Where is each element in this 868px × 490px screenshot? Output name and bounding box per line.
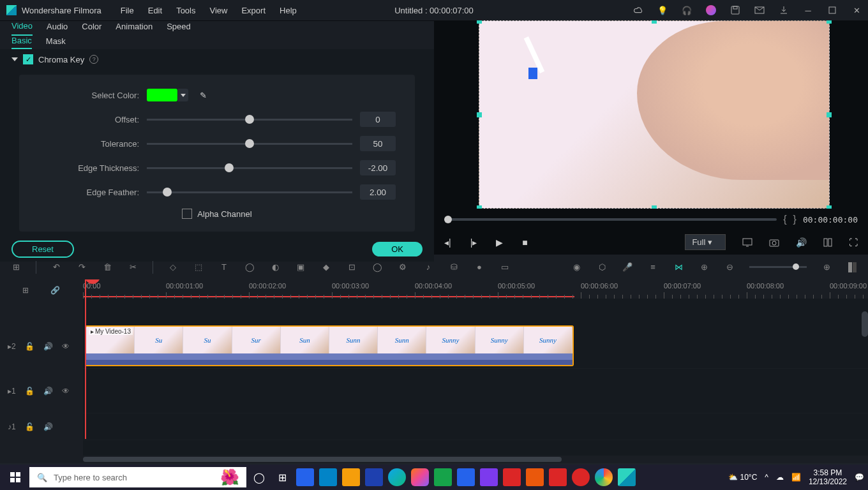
- scrubber-track[interactable]: [444, 218, 777, 221]
- prev-frame-icon[interactable]: ◂|: [444, 237, 451, 248]
- track1-eye-icon[interactable]: 👁: [62, 387, 70, 396]
- video-clip[interactable]: ▸My Video-13 SuSuSurSunSunnSunnSunnySunn…: [85, 325, 574, 366]
- menu-export[interactable]: Export: [241, 6, 266, 15]
- audio-track-icon[interactable]: ♪1: [8, 422, 16, 431]
- list-icon[interactable]: ≡: [647, 262, 659, 273]
- zoom-in-icon[interactable]: ⊕: [821, 262, 832, 273]
- zoom-fit-icon[interactable]: [846, 262, 858, 273]
- notifications-icon[interactable]: 💬: [855, 473, 864, 482]
- playhead[interactable]: [85, 279, 86, 439]
- tray-wifi-icon[interactable]: 📶: [791, 473, 801, 482]
- shield-icon[interactable]: ⬡: [596, 262, 608, 273]
- tab-video[interactable]: Video: [11, 21, 33, 36]
- add-marker-icon[interactable]: ⊕: [698, 262, 710, 273]
- preview-viewport[interactable]: [434, 20, 868, 209]
- offset-slider[interactable]: [147, 119, 352, 121]
- maximize-icon[interactable]: [827, 5, 837, 15]
- chevron-down-icon[interactable]: [11, 57, 18, 61]
- track2-play-icon[interactable]: ▸2: [8, 342, 16, 351]
- text-icon[interactable]: T: [218, 262, 230, 273]
- app-mail[interactable]: [318, 467, 338, 487]
- snapshot-icon[interactable]: [769, 238, 779, 247]
- app-pdf[interactable]: [502, 467, 522, 487]
- track2-eye-icon[interactable]: 👁: [62, 342, 70, 351]
- track1-mute-icon[interactable]: 🔊: [43, 387, 53, 396]
- edge-thickness-slider[interactable]: [147, 167, 352, 169]
- frame-icon[interactable]: ▣: [295, 262, 306, 273]
- stop-icon[interactable]: ■: [522, 237, 527, 248]
- minimize-icon[interactable]: ─: [803, 5, 813, 15]
- link-icon[interactable]: 🔗: [50, 286, 60, 295]
- timeline-vscroll[interactable]: [862, 311, 868, 337]
- menu-view[interactable]: View: [209, 6, 227, 15]
- menu-edit[interactable]: Edit: [148, 6, 162, 15]
- app-ppt[interactable]: [548, 467, 568, 487]
- task-view-icon[interactable]: ◯: [249, 467, 269, 487]
- alpha-channel-checkbox[interactable]: [182, 209, 192, 219]
- app-instagram[interactable]: [410, 467, 430, 487]
- cut-icon[interactable]: ✂: [127, 262, 138, 273]
- app-opera[interactable]: [571, 467, 591, 487]
- app-store[interactable]: [364, 467, 384, 487]
- app-word[interactable]: [456, 467, 476, 487]
- manage-tracks-icon[interactable]: ⊞: [22, 286, 29, 295]
- media-icon[interactable]: ⊞: [10, 262, 22, 273]
- undo-icon[interactable]: ↶: [50, 262, 62, 273]
- reset-button[interactable]: Reset: [11, 241, 74, 258]
- app-powerpoint[interactable]: [295, 467, 315, 487]
- timeline-scrollbar[interactable]: [83, 456, 868, 463]
- detect-icon[interactable]: ⊡: [346, 262, 357, 273]
- step-back-icon[interactable]: |▸: [470, 237, 477, 248]
- mixer-icon[interactable]: ⛁: [448, 262, 460, 273]
- app-chrome[interactable]: [594, 467, 614, 487]
- menu-tools[interactable]: Tools: [176, 6, 195, 15]
- offset-value[interactable]: [360, 112, 396, 127]
- chromakey-enable-checkbox[interactable]: ✓: [23, 54, 33, 64]
- speed-icon[interactable]: ◯: [244, 262, 255, 273]
- delete-icon[interactable]: 🗑: [101, 262, 113, 273]
- download-icon[interactable]: [779, 5, 789, 15]
- mail-icon[interactable]: [754, 5, 765, 15]
- tab-speed[interactable]: Speed: [167, 22, 191, 35]
- close-icon[interactable]: ✕: [851, 5, 862, 15]
- zoom-out-icon[interactable]: ⊖: [724, 262, 735, 273]
- snap-icon[interactable]: ⋈: [673, 262, 684, 273]
- edge-feather-value[interactable]: [360, 184, 396, 200]
- color-swatch[interactable]: [147, 89, 177, 101]
- help-icon[interactable]: ?: [89, 55, 98, 64]
- app-explorer[interactable]: [341, 467, 361, 487]
- start-button[interactable]: [4, 467, 27, 487]
- ok-button[interactable]: OK: [372, 242, 423, 256]
- widgets-icon[interactable]: ⊞: [272, 467, 292, 487]
- scrubber-thumb[interactable]: [444, 216, 452, 223]
- edge-feather-slider[interactable]: [147, 191, 352, 193]
- subtab-basic[interactable]: Basic: [11, 36, 32, 49]
- video-track-2[interactable]: ▸My Video-13 SuSuSurSunSunnSunnSunnySunn…: [83, 324, 868, 369]
- play-icon[interactable]: ▶: [496, 237, 503, 248]
- bracket-in-icon[interactable]: {: [783, 214, 786, 225]
- lightbulb-icon[interactable]: 💡: [657, 5, 668, 15]
- menu-help[interactable]: Help: [280, 6, 297, 15]
- tray-date[interactable]: 12/13/2022: [809, 477, 847, 486]
- tray-chevron-icon[interactable]: ^: [765, 473, 768, 482]
- tolerance-slider[interactable]: [147, 143, 352, 145]
- app-office[interactable]: [525, 467, 545, 487]
- marker-guide-icon[interactable]: ◉: [571, 262, 582, 273]
- keyframe-icon[interactable]: ◆: [320, 262, 332, 273]
- color-icon[interactable]: ◐: [269, 262, 281, 273]
- track2-mute-icon[interactable]: 🔊: [43, 342, 53, 351]
- voiceover-icon[interactable]: ●: [474, 262, 485, 273]
- display-icon[interactable]: [742, 238, 752, 247]
- color-dropdown[interactable]: [178, 89, 188, 101]
- edge-thickness-value[interactable]: [360, 160, 396, 175]
- bracket-out-icon[interactable]: }: [793, 214, 797, 225]
- account-icon[interactable]: [706, 5, 716, 15]
- headphones-icon[interactable]: 🎧: [682, 5, 692, 15]
- tray-onedrive-icon[interactable]: ☁: [776, 473, 784, 482]
- fullscreen-icon[interactable]: ⛶: [849, 237, 858, 248]
- audio-icon[interactable]: ♪: [423, 262, 434, 273]
- cloud-icon[interactable]: [633, 5, 643, 15]
- app-onenote[interactable]: [479, 467, 499, 487]
- adjust-icon[interactable]: ⚙: [397, 262, 408, 273]
- timeline-tracks[interactable]: 00:0000:00:01:0000:00:02:0000:00:03:0000…: [83, 279, 868, 463]
